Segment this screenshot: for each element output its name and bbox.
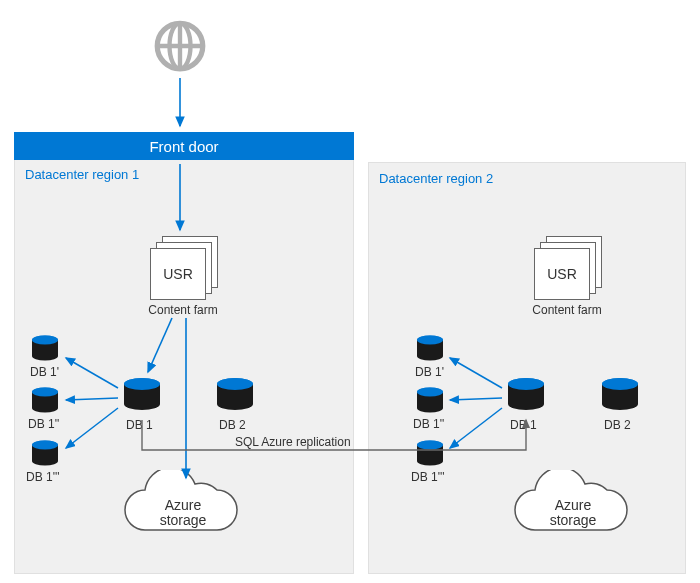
region2-label: Datacenter region 2 — [379, 171, 493, 186]
usr-stack-region1: USR — [150, 236, 220, 300]
usr-label-r2: USR — [534, 248, 590, 300]
content-farm-r1: Content farm — [138, 303, 228, 317]
db2-region2 — [600, 377, 640, 417]
front-door: Front door — [14, 132, 354, 160]
storage-label-r1: Azure storage — [148, 498, 218, 529]
content-farm-r2: Content farm — [522, 303, 612, 317]
db1p-label-r2: DB 1' — [415, 365, 444, 379]
db1ppp-label-r2: DB 1''' — [411, 470, 445, 484]
storage-label-r2: Azure storage — [538, 498, 608, 529]
db2-label-r1: DB 2 — [219, 418, 246, 432]
db1pp-label-r2: DB 1'' — [413, 417, 444, 431]
db1pp-region1 — [30, 387, 60, 417]
db1-label-r2: DB 1 — [510, 418, 537, 432]
db1pp-label-r1: DB 1'' — [28, 417, 59, 431]
db1p-region1 — [30, 335, 60, 365]
globe-icon — [152, 18, 208, 74]
front-door-label: Front door — [149, 138, 218, 155]
sql-replication-label: SQL Azure replication — [235, 435, 351, 449]
db1ppp-region2 — [415, 440, 445, 470]
db1p-label-r1: DB 1' — [30, 365, 59, 379]
db1-region1 — [122, 377, 162, 417]
db1-region2 — [506, 377, 546, 417]
db1p-region2 — [415, 335, 445, 365]
db1ppp-label-r1: DB 1''' — [26, 470, 60, 484]
db1ppp-region1 — [30, 440, 60, 470]
usr-label-r1: USR — [150, 248, 206, 300]
db2-label-r2: DB 2 — [604, 418, 631, 432]
db2-region1 — [215, 377, 255, 417]
db1-label-r1: DB 1 — [126, 418, 153, 432]
db1pp-region2 — [415, 387, 445, 417]
usr-stack-region2: USR — [534, 236, 604, 300]
region1-label: Datacenter region 1 — [25, 167, 139, 182]
